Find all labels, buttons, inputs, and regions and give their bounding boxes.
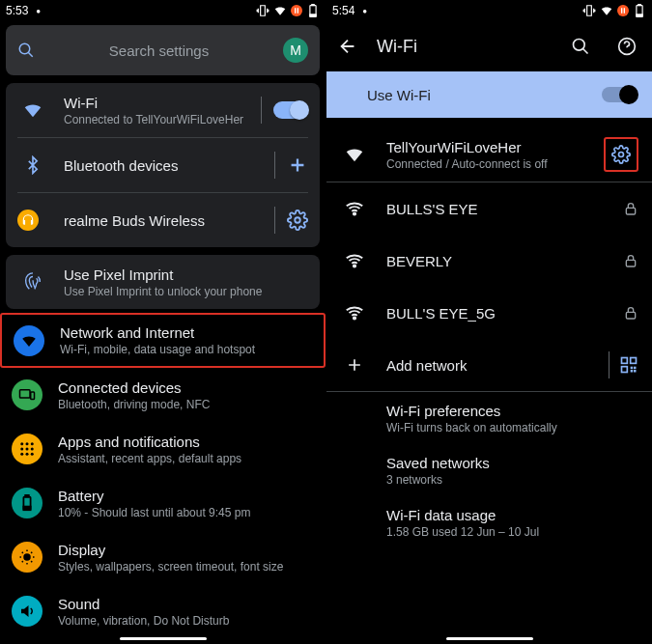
svg-point-26: [354, 212, 355, 214]
wifi-status-icon: [600, 4, 613, 17]
nav-bar[interactable]: [0, 637, 326, 640]
wifi-title: Wi-Fi: [64, 95, 261, 111]
svg-point-12: [31, 448, 34, 451]
svg-rect-35: [631, 367, 634, 370]
wifi-usage-row[interactable]: Wi-Fi data usage 1.58 GB used 12 Jun – 1…: [326, 496, 652, 548]
page-title: Wi-Fi: [377, 37, 552, 57]
search-icon[interactable]: [569, 35, 592, 58]
wifi-network-row[interactable]: BEVERLY: [326, 235, 652, 287]
svg-rect-34: [622, 367, 628, 373]
back-icon[interactable]: [336, 35, 359, 58]
divider: [261, 97, 262, 124]
svg-rect-17: [25, 495, 29, 497]
svg-rect-5: [20, 390, 31, 398]
avatar[interactable]: M: [283, 38, 308, 63]
connected-ssid: TellYourWiFiLoveHer: [386, 139, 604, 155]
svg-rect-2: [310, 14, 316, 16]
svg-rect-37: [631, 370, 634, 373]
use-wifi-toggle[interactable]: [602, 87, 637, 102]
settings-item-title: Connected devices: [58, 379, 314, 396]
pixel-sub: Use Pixel Imprint to unlock your phone: [64, 285, 308, 298]
svg-point-15: [31, 453, 34, 456]
svg-point-13: [20, 453, 23, 456]
search-icon: [17, 42, 35, 59]
settings-item-sub: Assistant, recent apps, default apps: [58, 452, 314, 465]
help-icon[interactable]: [615, 35, 638, 58]
status-bar: 5:53 ●: [0, 0, 326, 21]
battery-icon: [306, 4, 320, 17]
settings-item-apps[interactable]: Apps and notificationsAssistant, recent …: [0, 422, 326, 476]
svg-point-10: [20, 448, 23, 451]
vibrate-icon: [256, 4, 269, 17]
divider: [274, 207, 275, 234]
gear-icon[interactable]: [287, 210, 308, 231]
wifi-icon: [340, 144, 369, 165]
connected-status: Connected / Auto-connect is off: [386, 157, 604, 171]
settings-item-battery[interactable]: Battery10% - Should last until about 9:4…: [0, 476, 326, 530]
settings-item-sub: Wi-Fi, mobile, data usage and hotspot: [60, 343, 312, 356]
wifi-toggle[interactable]: [273, 101, 308, 119]
use-wifi-label: Use Wi-Fi: [367, 87, 602, 103]
status-dot: ●: [36, 7, 41, 15]
wifi-row[interactable]: Wi-Fi Connected to TellYourWiFiLoveHer: [6, 83, 320, 137]
settings-item-title: Battery: [58, 488, 314, 504]
settings-item-wifi[interactable]: Network and InternetWi-Fi, mobile, data …: [0, 313, 326, 368]
network-settings-button[interactable]: [604, 137, 638, 172]
battery-icon: [12, 488, 43, 518]
fingerprint-icon: [17, 271, 48, 293]
pause-icon: [617, 5, 629, 16]
add-network-row[interactable]: Add network: [326, 339, 652, 391]
wifi-network-row[interactable]: BULLS'S EYE: [326, 182, 652, 235]
search-placeholder: Search settings: [35, 42, 283, 59]
settings-item-display[interactable]: DisplayStyles, wallpapers, screen timeou…: [0, 530, 326, 584]
status-time: 5:53: [6, 4, 28, 17]
settings-item-sub: Styles, wallpapers, screen timeout, font…: [58, 560, 314, 574]
svg-rect-29: [626, 260, 635, 266]
svg-rect-22: [637, 14, 642, 16]
display-icon: [12, 542, 43, 573]
plus-icon[interactable]: [287, 154, 308, 176]
usage-sub: 1.58 GB used 12 Jun – 10 Jul: [386, 525, 638, 539]
connected-network-row[interactable]: TellYourWiFiLoveHer Connected / Auto-con…: [326, 127, 652, 182]
svg-rect-31: [626, 312, 635, 319]
svg-rect-1: [312, 4, 314, 6]
apps-icon: [12, 434, 43, 464]
wifi-prefs-row[interactable]: Wi-Fi preferences Wi-Fi turns back on au…: [326, 392, 652, 444]
svg-rect-18: [23, 507, 30, 511]
search-settings[interactable]: Search settings M: [6, 25, 320, 75]
use-wifi-row[interactable]: Use Wi-Fi: [326, 71, 652, 118]
headphones-icon: [17, 210, 48, 231]
svg-rect-36: [634, 370, 637, 373]
svg-point-14: [26, 453, 29, 456]
network-ssid: BULL'S EYE_5G: [386, 305, 623, 322]
lock-icon: [623, 305, 638, 321]
wifi-sub: Connected to TellYourWiFiLoveHer: [64, 113, 261, 126]
status-bar: 5:54 ●: [326, 0, 652, 21]
prefs-title: Wi-Fi preferences: [386, 403, 638, 419]
wifi-icon: [340, 198, 369, 219]
bluetooth-row[interactable]: Bluetooth devices: [6, 138, 320, 192]
pixel-title: Use Pixel Imprint: [64, 266, 308, 283]
svg-point-28: [354, 265, 355, 266]
wifi-network-row[interactable]: BULL'S EYE_5G: [326, 287, 652, 339]
qr-icon[interactable]: [619, 355, 638, 375]
status-dot: ●: [362, 7, 367, 15]
svg-rect-33: [631, 358, 637, 364]
settings-item-devices[interactable]: Connected devicesBluetooth, driving mode…: [0, 368, 326, 422]
add-network-label: Add network: [386, 357, 609, 374]
svg-point-30: [354, 317, 355, 319]
vibrate-icon: [582, 4, 596, 17]
saved-networks-row[interactable]: Saved networks 3 networks: [326, 444, 652, 496]
status-time: 5:54: [332, 4, 354, 17]
divider: [274, 152, 275, 179]
settings-item-title: Display: [58, 542, 314, 558]
saved-title: Saved networks: [386, 455, 638, 471]
settings-item-sound[interactable]: SoundVolume, vibration, Do Not Disturb: [0, 584, 326, 638]
realme-row[interactable]: realme Buds Wireless: [6, 193, 320, 247]
pixel-imprint-row[interactable]: Use Pixel Imprint Use Pixel Imprint to u…: [6, 255, 320, 309]
nav-bar[interactable]: [326, 637, 652, 640]
svg-point-11: [26, 448, 29, 451]
wifi-icon: [340, 250, 369, 271]
settings-item-sub: Bluetooth, driving mode, NFC: [58, 398, 314, 411]
svg-point-25: [619, 153, 624, 157]
